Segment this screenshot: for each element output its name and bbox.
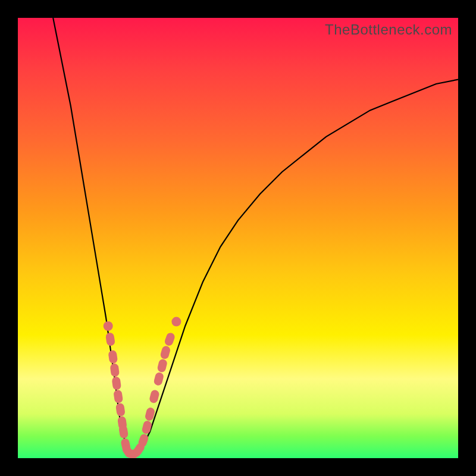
marker-dot bbox=[111, 376, 121, 390]
marker-dot bbox=[109, 363, 120, 377]
marker-dot bbox=[149, 389, 160, 404]
scatter-markers bbox=[104, 317, 181, 458]
marker-dot bbox=[115, 403, 126, 417]
marker-dot bbox=[141, 420, 152, 435]
marker-dot bbox=[104, 321, 113, 331]
marker-dot bbox=[159, 345, 171, 360]
marker-dot bbox=[171, 317, 181, 327]
chart-svg bbox=[18, 18, 458, 458]
marker-dot bbox=[113, 389, 123, 403]
marker-dot bbox=[156, 358, 168, 373]
marker-dot bbox=[108, 350, 118, 364]
chart-frame: TheBottleneck.com bbox=[0, 0, 476, 476]
marker-dot bbox=[164, 331, 176, 346]
marker-dot bbox=[105, 332, 115, 346]
plot-area: TheBottleneck.com bbox=[18, 18, 458, 458]
marker-dot bbox=[153, 371, 164, 386]
